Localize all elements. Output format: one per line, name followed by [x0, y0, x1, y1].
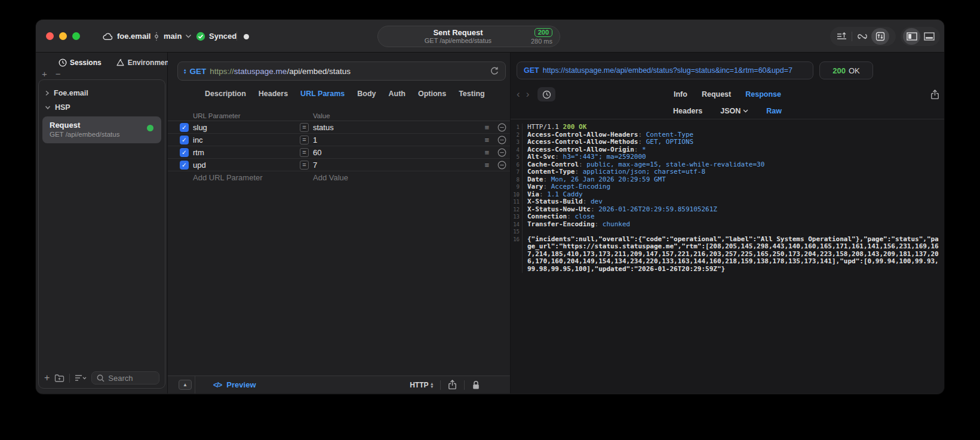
cloud-account[interactable]: foe.email	[103, 20, 150, 53]
share-icon[interactable]	[448, 380, 457, 390]
request-method[interactable]: GET	[190, 67, 207, 76]
url-params-table: URL Parameter Value ✓slug=status≡✓inc=1≡…	[168, 112, 510, 184]
sync-status[interactable]: Synced	[196, 20, 236, 53]
add-session-button[interactable]: +	[42, 70, 47, 78]
add-param-row[interactable]: Add URL Parameter Add Value	[168, 171, 510, 184]
response-tab-request[interactable]: Request	[702, 90, 731, 99]
app-window: foe.email main Synced	[36, 20, 944, 394]
minimize-window-button[interactable]	[59, 32, 67, 40]
tab-description[interactable]: Description	[205, 90, 246, 98]
sort-filter-button[interactable]	[75, 374, 87, 381]
tab-sessions[interactable]: Sessions	[59, 59, 102, 67]
param-name-input[interactable]: rtm	[193, 148, 300, 157]
param-row-inc[interactable]: ✓inc=1≡	[168, 134, 510, 146]
activity-duration: 280 ms	[531, 38, 552, 45]
sessions-clock-icon	[59, 59, 67, 67]
sidebar: Sessions Environments + −	[36, 53, 168, 393]
response-tab-info[interactable]: Info	[674, 90, 687, 99]
sync-label: Synced	[209, 32, 236, 41]
response-tab-response[interactable]: Response	[745, 90, 781, 99]
branch-icon	[153, 32, 160, 41]
param-name-input[interactable]: upd	[193, 161, 300, 170]
remove-row-icon[interactable]	[497, 136, 506, 144]
request-response-panel-button[interactable]	[871, 28, 889, 45]
new-folder-button[interactable]	[54, 374, 64, 382]
request-list-item-selected[interactable]: Request GET /api/embed/status	[42, 116, 161, 143]
activity-status-badge: 200	[534, 28, 552, 37]
response-subtabs: HeadersJSONRaw	[511, 103, 944, 119]
response-subtab-raw[interactable]: Raw	[766, 107, 782, 115]
row-options-icon[interactable]: ≡	[484, 161, 489, 170]
collapse-area: ▲	[168, 376, 195, 393]
search-input[interactable]: Search	[91, 371, 159, 384]
param-value-input[interactable]: 1	[313, 136, 484, 144]
branch-selector[interactable]: main	[153, 20, 192, 53]
footer-separator	[464, 380, 465, 390]
request-item-subtitle: GET /api/embed/status	[50, 130, 154, 139]
param-checkbox[interactable]: ✓	[180, 148, 189, 157]
unsaved-indicator-dot	[244, 34, 249, 39]
lock-icon[interactable]	[472, 380, 480, 390]
row-options-icon[interactable]: ≡	[484, 123, 489, 132]
environments-icon	[116, 59, 125, 67]
param-name-input[interactable]: inc	[193, 136, 300, 144]
method-stepper-icon[interactable]: ▴▾	[184, 68, 186, 74]
param-row-rtm[interactable]: ✓rtm=60≡	[168, 146, 510, 159]
response-raw-view[interactable]: 1HTTP/1.1 200 OK2Access-Control-Allow-He…	[511, 119, 944, 393]
sidebar-add-remove: + −	[36, 67, 167, 78]
param-value-input[interactable]: 7	[313, 161, 484, 170]
tab-testing[interactable]: Testing	[459, 90, 485, 98]
tab-body[interactable]: Body	[357, 90, 376, 98]
refresh-icon[interactable]	[490, 66, 499, 76]
param-checkbox[interactable]: ✓	[180, 123, 189, 132]
url-scheme: https://	[210, 67, 234, 76]
tab-options[interactable]: Options	[418, 90, 446, 98]
row-options-icon[interactable]: ≡	[484, 136, 489, 144]
tree-item-hsp[interactable]: HSP	[39, 100, 165, 115]
chevron-down-icon	[185, 34, 192, 38]
param-checkbox[interactable]: ✓	[180, 136, 189, 144]
equals-icon: =	[300, 148, 309, 157]
layout-sidebar-button[interactable]	[903, 28, 920, 45]
tab-headers[interactable]: Headers	[259, 90, 288, 98]
request-url-bar[interactable]: ▴▾ GET https://statuspage.me/api/embed/s…	[177, 61, 506, 81]
tab-auth[interactable]: Auth	[388, 90, 405, 98]
sync-loop-button[interactable]	[853, 28, 871, 45]
new-request-button[interactable]: +	[44, 373, 50, 383]
tab-environments[interactable]: Environments	[116, 59, 176, 67]
remove-row-icon[interactable]	[497, 161, 506, 170]
sent-request-url[interactable]: GET https://statuspage.me/api/embed/stat…	[517, 61, 813, 79]
tree-item-foe-email[interactable]: Foe.email	[39, 86, 165, 100]
preview-label: Preview	[226, 380, 256, 389]
titlebar-separator	[236, 32, 237, 41]
param-value-input[interactable]: status	[313, 123, 484, 132]
param-row-slug[interactable]: ✓slug=status≡	[168, 121, 510, 134]
collapse-panel-button[interactable]: ▲	[179, 380, 192, 390]
close-window-button[interactable]	[46, 32, 54, 40]
sidebar-tabs: Sessions Environments	[36, 53, 167, 67]
remove-session-button[interactable]: −	[56, 70, 61, 78]
account-label: foe.email	[117, 32, 150, 41]
remove-row-icon[interactable]	[497, 148, 506, 157]
send-queue-button[interactable]	[832, 28, 850, 45]
remove-row-icon[interactable]	[497, 123, 506, 132]
layout-bottom-button[interactable]	[920, 28, 938, 45]
add-url-parameter-placeholder[interactable]: Add URL Parameter	[193, 173, 313, 182]
param-value-input[interactable]: 60	[313, 148, 484, 157]
tab-url-params[interactable]: URL Params	[300, 90, 345, 98]
add-value-placeholder[interactable]: Add Value	[313, 173, 348, 182]
protocol-selector[interactable]: HTTP ▴▾	[410, 381, 433, 389]
synced-check-icon	[196, 32, 205, 41]
zoom-window-button[interactable]	[72, 32, 80, 40]
param-row-upd[interactable]: ✓upd=7≡	[168, 159, 510, 171]
row-options-icon[interactable]: ≡	[484, 148, 489, 157]
response-subtab-json[interactable]: JSON	[720, 107, 748, 115]
request-url-input[interactable]: https://statuspage.me/api/embed/status	[210, 67, 486, 76]
chevron-right-icon	[45, 90, 50, 96]
response-subtab-headers[interactable]: Headers	[673, 107, 702, 115]
activity-center[interactable]: Sent Request GET /api/embed/status 200 2…	[377, 26, 560, 47]
param-name-input[interactable]: slug	[193, 123, 300, 132]
param-checkbox[interactable]: ✓	[180, 161, 189, 170]
folder-plus-icon	[54, 374, 64, 382]
preview-toggle[interactable]: </> Preview	[213, 380, 256, 389]
